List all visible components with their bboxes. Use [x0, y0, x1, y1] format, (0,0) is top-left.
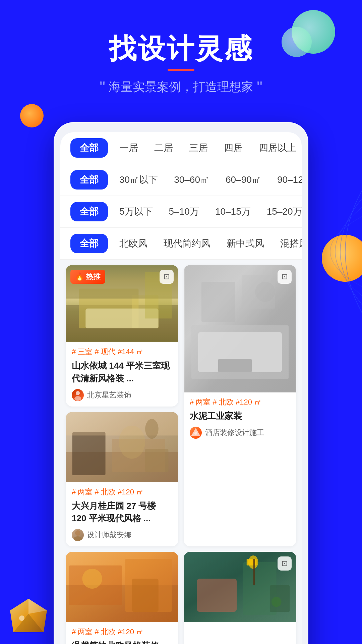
fire-icon: 🔥: [75, 272, 84, 281]
card-5-bookmark[interactable]: ⊡: [278, 556, 292, 571]
card-1-author-name: 北京星艺装饰: [87, 390, 131, 400]
svg-rect-15: [218, 359, 252, 372]
svg-rect-26: [66, 412, 178, 435]
card-3-body: # 两室 # 北欧 #120 ㎡ 大兴月桂庄园 27 号楼 120 平米现代风格…: [66, 482, 178, 546]
card-2-title: 水泥工业家装: [190, 410, 290, 423]
svg-point-27: [145, 419, 159, 439]
svg-point-10: [76, 391, 80, 395]
card-4[interactable]: # 两室 # 北欧 #120 ㎡ 温馨简约北欧风格装修 设计师小明: [66, 552, 178, 644]
svg-point-29: [74, 536, 82, 541]
card-3-author-avatar: [72, 529, 84, 541]
card-1-author: 北京星艺装饰: [72, 389, 172, 401]
filter-row-budget: 全部 5万以下 5–10万 10–15万 15–20万: [60, 196, 302, 228]
card-3-author-name: 设计师戴安娜: [87, 530, 131, 540]
title-underline: [168, 69, 194, 71]
card-1-title: 山水依城 144 平米三室现代清新风格装 ...: [72, 360, 172, 385]
filter-btn-four-plus[interactable]: 四居以上: [254, 138, 301, 158]
card-1[interactable]: 🔥 热推 ⊡ # 三室 # 现代 #144 ㎡ 山水依城 144 平米三室现代清…: [66, 265, 178, 406]
card-1-tags: # 三室 # 现代 #144 ㎡: [72, 347, 172, 357]
filter-btn-all-budget[interactable]: 全部: [70, 202, 108, 221]
filter-btn-four-room[interactable]: 四居: [219, 138, 247, 158]
card-1-body: # 三室 # 现代 #144 ㎡ 山水依城 144 平米三室现代清新风格装 ..…: [66, 342, 178, 406]
header-section: 找设计灵感 " 海量实景案例，打造理想家 ": [0, 0, 362, 109]
card-2-body: # 两室 # 北欧 #120 ㎡ 水泥工业家装 酒店装修设计施工: [184, 392, 296, 444]
header-subtitle: " 海量实景案例，打造理想家 ": [20, 79, 342, 95]
card-2-author: 酒店装修设计施工: [190, 427, 290, 439]
filter-btn-chinese[interactable]: 新中式风: [222, 234, 269, 253]
svg-point-33: [82, 569, 102, 589]
filter-btn-one-room[interactable]: 一居: [115, 138, 143, 158]
filter-btn-budget-15-20[interactable]: 15–20万: [262, 202, 302, 221]
filter-btn-area-30[interactable]: 30㎡以下: [115, 170, 163, 190]
card-4-title: 温馨简约北欧风格装修: [72, 640, 172, 644]
hot-badge: 🔥 热推: [70, 270, 105, 284]
svg-point-42: [272, 597, 282, 607]
filter-row-area: 全部 30㎡以下 30–60㎡ 60–90㎡ 90–12: [60, 164, 302, 196]
card-5-image: ⊡: [184, 552, 296, 622]
card-3-image: [66, 412, 178, 482]
filter-row-style: 全部 北欧风 现代简约风 新中式风 混搭风: [60, 228, 302, 260]
filter-btn-budget-10-15[interactable]: 10–15万: [210, 202, 255, 221]
svg-point-11: [74, 396, 81, 401]
svg-point-20: [194, 432, 197, 435]
card-1-author-avatar: [72, 389, 84, 401]
phone-wrapper: 全部 一居 二居 三居 四居 四居以上 别 全部 30㎡以下 30–60㎡ 60…: [0, 122, 362, 644]
filter-btn-all-style[interactable]: 全部: [70, 234, 108, 253]
card-2[interactable]: ⊡ # 两室 # 北欧 #120 ㎡ 水泥工业家装: [184, 265, 296, 546]
card-5[interactable]: ⊡: [184, 552, 296, 644]
card-3[interactable]: ⊡ # 两室 # 北欧 #120 ㎡ 大兴月桂庄园 27 号楼 120 平米现代…: [66, 412, 178, 546]
filter-row-room-type: 全部 一居 二居 三居 四居 四居以上 别: [60, 132, 302, 164]
phone-frame: 全部 一居 二居 三居 四居 四居以上 别 全部 30㎡以下 30–60㎡ 60…: [54, 122, 308, 644]
card-2-image: [184, 265, 296, 392]
content-grid: 🔥 热推 ⊡ # 三室 # 现代 #144 ㎡ 山水依城 144 平米三室现代清…: [60, 260, 302, 644]
card-2-bookmark[interactable]: ⊡: [278, 270, 292, 284]
card-3-author: 设计师戴安娜: [72, 529, 172, 541]
filter-btn-mixed[interactable]: 混搭风: [276, 234, 302, 253]
card-4-image: [66, 552, 178, 622]
card-5-image-wrap: ⊡: [184, 552, 296, 622]
svg-rect-16: [201, 282, 235, 322]
card-3-title: 大兴月桂庄园 27 号楼 120 平米现代风格 ...: [72, 500, 172, 525]
filter-btn-area-90[interactable]: 90–12: [273, 171, 302, 189]
filter-section: 全部 一居 二居 三居 四居 四居以上 别 全部 30㎡以下 30–60㎡ 60…: [60, 132, 302, 260]
quote-open: ": [100, 79, 105, 95]
filter-btn-all-room[interactable]: 全部: [70, 138, 108, 158]
filter-btn-modern[interactable]: 现代简约风: [159, 234, 215, 253]
filter-btn-budget-5-10[interactable]: 5–10万: [164, 202, 204, 221]
svg-rect-34: [132, 579, 159, 612]
card-4-tags: # 两室 # 北欧 #120 ㎡: [72, 627, 172, 637]
filter-btn-nordic[interactable]: 北欧风: [115, 234, 152, 253]
card-1-image-wrap: 🔥 热推 ⊡: [66, 265, 178, 342]
card-3-tags: # 两室 # 北欧 #120 ㎡: [72, 487, 172, 497]
filter-btn-two-room[interactable]: 二居: [149, 138, 178, 158]
filter-btn-all-area[interactable]: 全部: [70, 170, 108, 190]
page-title: 找设计灵感: [20, 34, 342, 64]
card-2-image-wrap: ⊡: [184, 265, 296, 392]
card-3-image-wrap: ⊡: [66, 412, 178, 482]
phone-inner: 全部 一居 二居 三居 四居 四居以上 别 全部 30㎡以下 30–60㎡ 60…: [60, 132, 302, 644]
filter-btn-area-30-60[interactable]: 30–60㎡: [169, 170, 214, 190]
subtitle-text: 海量实景案例，打造理想家: [109, 79, 253, 95]
card-4-image-wrap: [66, 552, 178, 622]
filter-btn-budget-5[interactable]: 5万以下: [115, 202, 158, 221]
svg-rect-40: [197, 579, 237, 612]
filter-btn-area-60-90[interactable]: 60–90㎡: [221, 170, 266, 190]
svg-rect-22: [72, 432, 106, 475]
card-2-wrapper: ⊡ # 两室 # 北欧 #120 ㎡ 水泥工业家装: [184, 265, 296, 546]
hot-label: 热推: [86, 272, 101, 282]
svg-rect-39: [253, 559, 255, 585]
card-2-author-avatar: [190, 427, 202, 439]
card-4-body: # 两室 # 北欧 #120 ㎡ 温馨简约北欧风格装修 设计师小明: [66, 622, 178, 644]
svg-rect-24: [145, 449, 168, 472]
card-1-bookmark[interactable]: ⊡: [160, 270, 174, 284]
svg-point-28: [75, 530, 80, 536]
svg-point-18: [255, 282, 275, 302]
quote-close: ": [257, 79, 262, 95]
card-2-tags: # 两室 # 北欧 #120 ㎡: [190, 397, 290, 407]
card-2-author-name: 酒店装修设计施工: [205, 428, 264, 438]
filter-btn-three-room[interactable]: 三居: [184, 138, 213, 158]
